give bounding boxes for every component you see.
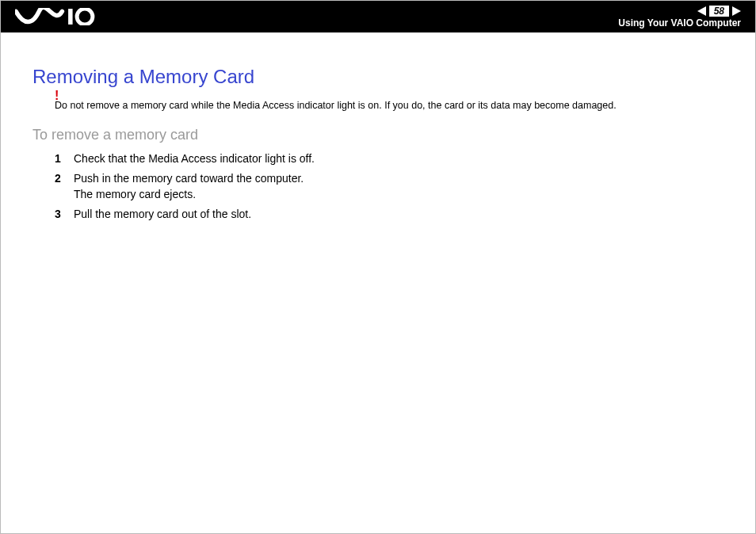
warning-block: ! Do not remove a memory card while the … [55,99,755,113]
steps-list: Check that the Media Access indicator li… [55,151,755,223]
step-text: Check that the Media Access indicator li… [74,152,315,165]
page-number: 58 [709,6,729,17]
content-area: Removing a Memory Card ! Do not remove a… [1,32,755,223]
svg-point-1 [77,9,93,25]
step-text: Push in the memory card toward the compu… [74,172,304,185]
list-item: Pull the memory card out of the slot. [55,207,755,223]
vaio-logo [15,1,111,32]
subheading: To remove a memory card [32,127,755,143]
step-text: Pull the memory card out of the slot. [74,208,251,220]
vaio-logo-icon [15,8,111,25]
page-nav: 58 [697,6,741,17]
next-page-icon[interactable] [732,6,741,16]
warning-text: Do not remove a memory card while the Me… [55,100,617,111]
header-right: 58 Using Your VAIO Computer [618,1,741,32]
prev-page-icon[interactable] [697,6,706,16]
svg-rect-0 [68,9,73,25]
list-item: Push in the memory card toward the compu… [55,171,755,202]
document-page: 58 Using Your VAIO Computer Removing a M… [0,0,756,534]
header-bar: 58 Using Your VAIO Computer [1,1,755,32]
step-subtext: The memory card ejects. [74,187,755,203]
section-link[interactable]: Using Your VAIO Computer [618,17,741,29]
list-item: Check that the Media Access indicator li… [55,151,755,167]
page-title: Removing a Memory Card [32,66,755,88]
warning-icon: ! [55,88,59,104]
